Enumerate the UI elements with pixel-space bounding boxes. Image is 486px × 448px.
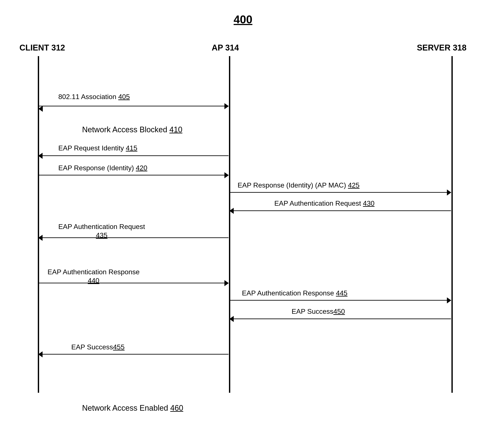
figure-number: 400: [234, 13, 253, 26]
msg420-label: EAP Response (Identity) 420: [58, 164, 147, 172]
msg410-label: Network Access Blocked 410: [82, 125, 182, 134]
vline-ap: [229, 56, 230, 393]
msg405-label: 802.11 Association 405: [58, 93, 130, 101]
entity-server-label: SERVER 318: [417, 43, 467, 52]
msg450-label: EAP Success450: [292, 307, 345, 315]
msg435-label: EAP Authentication Request435: [58, 222, 145, 240]
msg425-label: EAP Response (Identity) (AP MAC) 425: [238, 181, 359, 189]
msg425-line: [230, 192, 451, 193]
msg430-label: EAP Authentication Request 430: [274, 200, 375, 207]
msg405-line: [38, 106, 229, 106]
msg455-label: EAP Success455: [71, 343, 125, 351]
msg445-line: [230, 300, 451, 301]
msg460-label: Network Access Enabled 460: [82, 404, 183, 413]
msg420-line: [38, 175, 229, 176]
msg415-label: EAP Request Identity 415: [58, 144, 137, 152]
msg415-line: [38, 155, 229, 156]
vline-server: [452, 56, 453, 393]
msg405-arrowhead-left: [38, 106, 43, 112]
msg455-line: [38, 354, 229, 355]
msg445-label: EAP Authentication Response 445: [242, 289, 347, 297]
msg430-line: [230, 210, 451, 211]
entity-client-label: CLIENT 312: [19, 43, 65, 52]
msg450-line: [230, 319, 451, 319]
diagram-container: 400 CLIENT 312 AP 314 SERVER 318 802.11 …: [0, 0, 486, 448]
entity-ap-label: AP 314: [212, 43, 239, 52]
msg440-label: EAP Authentication Response440: [48, 268, 140, 285]
